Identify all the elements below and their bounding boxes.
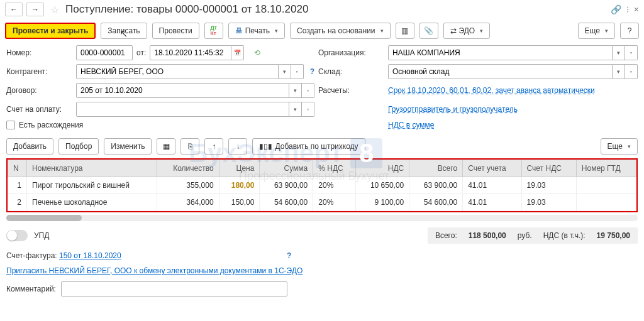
col-item[interactable]: Номенклатура xyxy=(27,160,157,177)
col-total[interactable]: Всего xyxy=(409,160,463,177)
window-title: Поступление: товары 0000-000001 от 18.10… xyxy=(65,3,607,16)
edo-button[interactable]: ⇄ЭДО xyxy=(443,23,491,39)
edo-icon: ⇄ xyxy=(450,26,457,35)
col-sum[interactable]: Сумма xyxy=(260,160,313,177)
contract-input[interactable] xyxy=(76,83,289,98)
warehouse-input[interactable] xyxy=(388,64,613,79)
number-label: Номер: xyxy=(6,48,72,57)
invoice-dropdown-button[interactable]: ▾ xyxy=(289,102,302,117)
col-gtd[interactable]: Номер ГТД xyxy=(576,160,636,177)
invoice-label: Счет на оплату: xyxy=(6,105,72,114)
totals-box: Всего: 118 500,00 руб. НДС (в т.ч.): 19 … xyxy=(428,227,638,244)
org-label: Организация: xyxy=(318,48,384,57)
warehouse-open-button[interactable]: ▫ xyxy=(625,64,638,79)
horizontal-scrollbar[interactable] xyxy=(6,215,638,221)
counterparty-input[interactable] xyxy=(76,64,279,79)
help-button[interactable]: ? xyxy=(620,23,639,39)
discrepancy-checkbox[interactable] xyxy=(6,121,15,129)
link-icon[interactable]: 🔗 xyxy=(611,4,621,14)
upd-label: УПД xyxy=(34,231,49,240)
settlements-link[interactable]: Срок 18.10.2020, 60.01, 60.02, зачет ава… xyxy=(388,86,595,95)
col-vat[interactable]: НДС xyxy=(356,160,409,177)
edit-row-button[interactable]: Изменить xyxy=(104,138,152,155)
invoice-fact-label: Счет-фактура: xyxy=(6,251,57,260)
invoice-fact-help-icon[interactable]: ? xyxy=(287,251,291,260)
contract-label: Договор: xyxy=(6,86,72,95)
table-more-button[interactable]: Еще xyxy=(601,138,638,155)
contract-dropdown-button[interactable]: ▾ xyxy=(289,83,302,98)
warehouse-label: Склад: xyxy=(318,67,384,76)
create-based-button[interactable]: Создать на основании xyxy=(290,23,391,39)
counterparty-label: Контрагент: xyxy=(6,67,72,76)
shipper-link[interactable]: Грузоотправитель и грузополучатель xyxy=(388,105,518,114)
counterparty-dropdown-button[interactable]: ▾ xyxy=(279,64,291,79)
close-icon[interactable]: × xyxy=(634,4,639,14)
number-input[interactable] xyxy=(76,45,133,60)
invoice-input[interactable] xyxy=(76,102,289,117)
org-dropdown-button[interactable]: ▾ xyxy=(613,45,625,60)
add-row-button[interactable]: Добавить xyxy=(6,138,53,155)
print-button[interactable]: 🖶Печать xyxy=(228,23,285,39)
edo-invite-link[interactable]: Пригласить НЕВСКИЙ БЕРЕГ, ООО к обмену э… xyxy=(6,266,303,275)
counterparty-help-icon[interactable]: ? xyxy=(310,67,314,76)
post-button[interactable]: Провести xyxy=(152,23,199,39)
nav-back-button[interactable]: ← xyxy=(5,3,23,16)
col-price[interactable]: Цена xyxy=(219,160,260,177)
barcode-button[interactable]: ▮▯▮Добавить по штрихкоду xyxy=(252,138,365,155)
contract-open-button[interactable]: ▫ xyxy=(302,83,314,98)
move-up-button[interactable]: ↑ xyxy=(204,138,223,155)
from-label: от: xyxy=(136,48,146,57)
register-button[interactable]: ▥ xyxy=(396,23,414,39)
date-input[interactable] xyxy=(150,45,231,60)
nav-forward-button[interactable]: → xyxy=(26,3,44,16)
col-n[interactable]: N xyxy=(8,160,27,177)
col-vat-account[interactable]: Счет НДС xyxy=(521,160,576,177)
favorite-icon[interactable]: ☆ xyxy=(50,4,59,16)
pick-button[interactable]: Подбор xyxy=(58,138,99,155)
barcode-icon: ▮▯▮ xyxy=(259,142,272,151)
printer-icon: 🖶 xyxy=(235,26,243,35)
items-table[interactable]: N Номенклатура Количество Цена Сумма % Н… xyxy=(6,158,638,212)
org-input[interactable] xyxy=(388,45,613,60)
copy-button[interactable]: ⎘ xyxy=(180,138,199,155)
upd-toggle[interactable] xyxy=(6,230,28,241)
settlements-label: Расчеты: xyxy=(318,86,384,95)
table-row[interactable]: 1Пирог тирольский с вишней355,000180,006… xyxy=(8,177,636,194)
org-open-button[interactable]: ▫ xyxy=(625,45,638,60)
calendar-button[interactable]: 📅 xyxy=(231,45,244,60)
col-qty[interactable]: Количество xyxy=(157,160,219,177)
comment-input[interactable] xyxy=(61,281,287,297)
dtkt-button[interactable]: ДтКт xyxy=(204,23,223,39)
post-and-close-button[interactable]: Провести и закрыть xyxy=(5,23,96,39)
counterparty-open-button[interactable]: ▫ xyxy=(291,64,304,79)
col-vat-pct[interactable]: % НДС xyxy=(313,160,356,177)
more-button[interactable]: Еще xyxy=(578,23,615,39)
col-account[interactable]: Счет учета xyxy=(463,160,521,177)
table-row[interactable]: 2Печенье шоколадное364,000150,0054 600,0… xyxy=(8,194,636,211)
refresh-icon[interactable]: ⟲ xyxy=(254,48,260,57)
comment-label: Комментарий: xyxy=(6,285,56,293)
invoice-fact-link[interactable]: 150 от 18.10.2020 xyxy=(59,251,121,260)
discrepancy-label: Есть расхождения xyxy=(19,121,83,129)
invoice-open-button[interactable]: ▫ xyxy=(302,102,314,117)
settings-icon[interactable]: ⁝ xyxy=(626,4,629,14)
warehouse-dropdown-button[interactable]: ▾ xyxy=(613,64,625,79)
move-down-button[interactable]: ↓ xyxy=(228,138,247,155)
attach-button[interactable]: 📎 xyxy=(419,23,438,39)
fill-button[interactable]: ▦ xyxy=(157,138,175,155)
vat-link[interactable]: НДС в сумме xyxy=(388,121,435,129)
save-button[interactable]: Записать xyxy=(101,23,147,39)
